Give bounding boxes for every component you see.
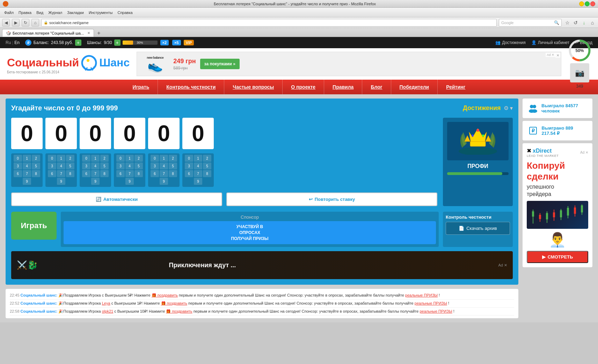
chat-player-olpk21[interactable]: olpk21 <box>102 309 113 313</box>
forward-btn[interactable]: ▶ <box>12 19 20 27</box>
nav-rules[interactable]: Правила <box>324 80 362 94</box>
pad5-9[interactable]: 9 <box>160 178 168 185</box>
chat-sender-1[interactable]: Социальный шанс: <box>21 293 58 297</box>
maximize-btn[interactable] <box>585 1 590 6</box>
pad6-8[interactable]: 8 <box>203 170 211 177</box>
pad3-6[interactable]: 6 <box>82 170 90 177</box>
game-ad-close-btn[interactable]: Ad ✕ <box>498 263 507 268</box>
pad3-7[interactable]: 7 <box>91 170 100 177</box>
digit-6-display[interactable]: 0 <box>182 118 214 149</box>
settings-icon[interactable]: ⚙ ▾ <box>504 105 513 111</box>
pad5-3[interactable]: 3 <box>151 162 159 169</box>
reload-btn[interactable]: ↻ <box>22 19 29 27</box>
pad3-9[interactable]: 9 <box>91 178 100 185</box>
chat-player-leya[interactable]: Leya <box>102 301 110 305</box>
digit-5-display[interactable]: 0 <box>148 118 180 149</box>
menu-help[interactable]: Справка <box>115 10 134 15</box>
pad2-1[interactable]: 1 <box>57 155 65 162</box>
pad5-2[interactable]: 2 <box>169 155 177 162</box>
watch-btn[interactable]: ▶ СМОТРЕТЬ <box>527 251 588 263</box>
pad5-6[interactable]: 6 <box>151 170 159 177</box>
chat-congrats-link-2[interactable]: 🎁 поздравить <box>161 301 187 305</box>
sync-icon[interactable]: ↓ <box>581 19 588 26</box>
lang-en[interactable]: En <box>14 40 20 45</box>
nav-extra-icon[interactable]: ↺ <box>572 19 579 26</box>
nav-blog[interactable]: Блог <box>362 80 391 94</box>
menu-file[interactable]: Файл <box>2 10 16 15</box>
menu-view[interactable]: Вид <box>34 10 45 15</box>
pad5-8[interactable]: 8 <box>169 170 177 177</box>
home-nav-icon[interactable]: ⌂ <box>589 19 596 26</box>
sponsor-content[interactable]: УЧАСТВУЙ В ОПРОСАХ ПОЛУЧАЙ ПРИЗЫ <box>64 221 436 244</box>
digit-4-display[interactable]: 0 <box>114 118 145 149</box>
search-icon[interactable]: 🔍 <box>554 20 559 25</box>
home-btn[interactable]: ⌂ <box>31 19 39 27</box>
pad1-8[interactable]: 8 <box>32 170 40 177</box>
digit-2-display[interactable]: 0 <box>45 118 77 149</box>
pad1-1[interactable]: 1 <box>23 155 31 162</box>
pad4-6[interactable]: 6 <box>116 170 125 177</box>
pad2-8[interactable]: 8 <box>66 170 74 177</box>
lang-ru[interactable]: Ru <box>6 40 11 45</box>
new-tab-btn[interactable]: + <box>95 30 102 37</box>
pad4-5[interactable]: 5 <box>134 162 143 169</box>
pad1-5[interactable]: 5 <box>32 162 40 169</box>
pad4-4[interactable]: 4 <box>125 162 134 169</box>
pad2-9[interactable]: 9 <box>57 178 65 185</box>
add-chances-btn[interactable]: + <box>114 39 121 46</box>
pad3-1[interactable]: 1 <box>91 155 100 162</box>
pad1-0[interactable]: 0 <box>14 155 22 162</box>
pad1-2[interactable]: 2 <box>32 155 40 162</box>
add-balance-btn[interactable]: + <box>75 39 81 46</box>
chat-prizes-link-2[interactable]: реальные ПРИЗЫ <box>415 301 447 305</box>
chat-congrats-link-1[interactable]: 🎁 поздравить <box>152 293 178 297</box>
achievements-link[interactable]: 👥 Достижения <box>495 40 526 45</box>
pad2-4[interactable]: 4 <box>57 162 65 169</box>
pad6-9[interactable]: 9 <box>194 178 202 185</box>
pad6-1[interactable]: 1 <box>194 155 202 162</box>
minimize-btn[interactable] <box>579 1 584 6</box>
pad3-2[interactable]: 2 <box>100 155 109 162</box>
nav-play[interactable]: Играть <box>124 80 158 94</box>
close-btn[interactable] <box>590 1 595 6</box>
nb-cta-btn[interactable]: за покупками » <box>200 59 240 69</box>
pad6-5[interactable]: 5 <box>203 162 211 169</box>
pad4-7[interactable]: 7 <box>125 170 134 177</box>
nav-faq[interactable]: Частые вопросы <box>224 80 283 94</box>
chat-congrats-link-3[interactable]: 🎁 поздравить <box>166 309 192 313</box>
pad1-3[interactable]: 3 <box>14 162 22 169</box>
pad3-5[interactable]: 5 <box>100 162 109 169</box>
pad2-6[interactable]: 6 <box>48 170 56 177</box>
cabinet-link[interactable]: 👤 Личный кабинет <box>531 40 569 45</box>
search-bar[interactable]: Google 🔍 <box>499 19 562 27</box>
digit-1-display[interactable]: 0 <box>11 118 43 149</box>
pad2-5[interactable]: 5 <box>66 162 74 169</box>
tab-close-btn[interactable]: ✕ <box>87 31 90 35</box>
pad4-0[interactable]: 0 <box>116 155 125 162</box>
pad1-4[interactable]: 4 <box>23 162 31 169</box>
profile-pie-chart[interactable]: 50% <box>568 39 591 62</box>
pad3-3[interactable]: 3 <box>82 162 90 169</box>
pad2-2[interactable]: 2 <box>66 155 74 162</box>
menu-journal[interactable]: Журнал <box>46 10 64 15</box>
pad4-3[interactable]: 3 <box>116 162 125 169</box>
play-button[interactable]: Играть <box>11 212 57 240</box>
pad5-4[interactable]: 4 <box>160 162 168 169</box>
pad6-3[interactable]: 3 <box>185 162 193 169</box>
pad3-8[interactable]: 8 <box>100 170 109 177</box>
menu-tools[interactable]: Инструменты <box>87 10 115 15</box>
chat-sender-2[interactable]: Социальный шанс: <box>21 301 58 305</box>
pad4-1[interactable]: 1 <box>125 155 134 162</box>
sidebar-ad-close-btn[interactable]: Ad ✕ <box>580 151 588 154</box>
pad6-7[interactable]: 7 <box>194 170 202 177</box>
pad2-0[interactable]: 0 <box>48 155 56 162</box>
profile-camera-icon[interactable]: 📷 <box>570 63 589 82</box>
pad4-2[interactable]: 2 <box>134 155 143 162</box>
digit-3-display[interactable]: 0 <box>80 118 111 149</box>
nav-winners[interactable]: Победители <box>391 80 438 94</box>
address-bar[interactable]: 🔒 socialchance.net/game <box>41 19 497 27</box>
bookmark-star-icon[interactable]: ☆ <box>564 19 571 26</box>
chat-sender-3[interactable]: Социальный шанс: <box>21 309 58 313</box>
menu-edit[interactable]: Правка <box>16 10 34 15</box>
pad1-6[interactable]: 6 <box>14 170 22 177</box>
